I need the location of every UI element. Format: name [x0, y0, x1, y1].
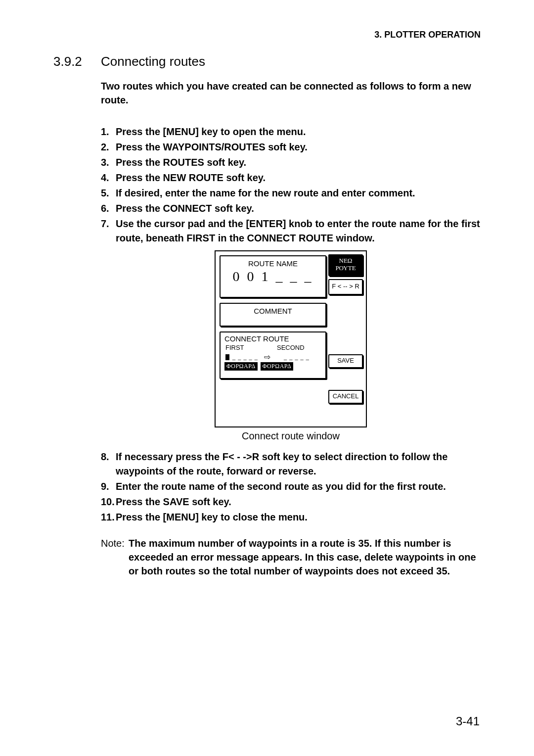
list-item: 5.If desired, enter the name for the new… — [101, 186, 481, 200]
list-item: 7.Use the cursor pad and the [ENTER] kno… — [101, 217, 481, 245]
first-label: FIRST — [224, 344, 266, 351]
page-header: 3. PLOTTER OPERATION — [53, 30, 481, 40]
list-item: 1.Press the [MENU] key to open the menu. — [101, 125, 481, 139]
intro-text: Two routes which you have created can be… — [101, 79, 481, 107]
direction-fr-softkey[interactable]: F < -- > R — [328, 279, 363, 295]
figure-caption: Connect route window — [101, 430, 481, 442]
list-item: 3.Press the ROUTES soft key. — [101, 155, 481, 170]
cancel-softkey[interactable]: CANCEL — [328, 390, 363, 404]
note-label: Note: — [101, 536, 129, 578]
second-route-field[interactable]: _ _ _ _ _ — [276, 354, 317, 360]
connect-route-box[interactable]: CONNECT ROUTE FIRST SECOND ⇨ _ — [220, 331, 326, 379]
comment-box[interactable]: COMMENT — [220, 303, 326, 327]
steps-list-2: 8.If necessary press the F< - ->R soft k… — [101, 450, 481, 524]
note-text: The maximum number of waypoints in a rou… — [129, 536, 481, 578]
connect-route-title: CONNECT ROUTE — [224, 334, 321, 343]
first-route-field[interactable]: _ _ _ _ _ — [224, 354, 266, 360]
list-item: 6.Press the CONNECT soft key. — [101, 201, 481, 216]
save-softkey[interactable]: SAVE — [328, 354, 363, 368]
list-item: 4.Press the NEW ROUTE soft key. — [101, 171, 481, 185]
list-item: 9.Enter the route name of the second rou… — [101, 479, 481, 494]
connect-route-window: ROUTE NAME 0 0 1 _ _ _ COMMENT CONNECT R… — [215, 250, 367, 427]
page-number: 3-41 — [456, 714, 480, 728]
list-item: 2.Press the WAYPOINTS/ROUTES soft key. — [101, 140, 481, 154]
section-number: 3.9.2 — [53, 54, 101, 69]
list-item: 10.Press the SAVE soft key. — [101, 495, 481, 509]
route-name-label: ROUTE NAME — [225, 259, 320, 268]
forward-badge-first: ΦΟΡΩΑΡΔ — [224, 362, 258, 371]
steps-list-1: 1.Press the [MENU] key to open the menu.… — [101, 125, 481, 245]
list-item: 8.If necessary press the F< - ->R soft k… — [101, 450, 481, 478]
section-title: Connecting routes — [101, 54, 205, 69]
note: Note: The maximum number of waypoints in… — [101, 536, 481, 578]
list-item: 11.Press the [MENU] key to close the men… — [101, 510, 481, 524]
forward-badge-second: ΦΟΡΩΑΡΔ — [261, 362, 294, 371]
new-route-softkey[interactable]: ΝΕΩΡΟΥΤΕ — [328, 254, 363, 276]
section-heading: 3.9.2 Connecting routes — [53, 54, 481, 69]
second-label: SECOND — [276, 344, 317, 351]
route-name-box[interactable]: ROUTE NAME 0 0 1 _ _ _ — [220, 255, 326, 298]
comment-label: COMMENT — [254, 307, 292, 315]
route-name-value: 0 0 1 _ _ _ — [225, 269, 320, 284]
